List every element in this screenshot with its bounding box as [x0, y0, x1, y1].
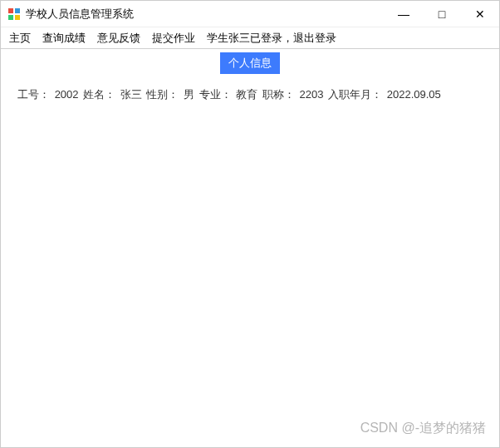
major-label: 专业：	[199, 88, 232, 101]
svg-rect-2	[8, 15, 13, 20]
title-label: 职称：	[262, 88, 295, 101]
gender-value: 男	[184, 88, 194, 101]
personal-info-button[interactable]: 个人信息	[220, 52, 280, 74]
menu-submit-homework[interactable]: 提交作业	[152, 31, 195, 46]
window-title: 学校人员信息管理系统	[26, 7, 134, 22]
app-icon	[7, 7, 21, 21]
menu-feedback[interactable]: 意见反馈	[97, 31, 140, 46]
join-value: 2022.09.05	[387, 88, 441, 101]
login-status-logout[interactable]: 学生张三已登录，退出登录	[207, 31, 336, 46]
svg-rect-1	[15, 8, 20, 13]
menubar: 主页 查询成绩 意见反馈 提交作业 学生张三已登录，退出登录	[1, 27, 499, 49]
svg-rect-0	[8, 8, 13, 13]
info-line: 工号： 2002 姓名： 张三 性别： 男 专业： 教育 职称： 2203 入职…	[17, 87, 483, 102]
svg-rect-3	[15, 15, 20, 20]
close-button[interactable]: ✕	[461, 1, 499, 27]
major-value: 教育	[236, 88, 257, 101]
title-value: 2203	[300, 88, 324, 101]
gender-label: 性别：	[146, 88, 179, 101]
join-label: 入职年月：	[328, 88, 382, 101]
minimize-button[interactable]: —	[385, 1, 423, 27]
id-value: 2002	[55, 88, 79, 101]
menu-home[interactable]: 主页	[9, 31, 31, 46]
maximize-button[interactable]: □	[423, 1, 461, 27]
titlebar: 学校人员信息管理系统 — □ ✕	[1, 1, 499, 27]
window-controls: — □ ✕	[385, 1, 499, 27]
content-area: 个人信息 工号： 2002 姓名： 张三 性别： 男 专业： 教育 职称： 22…	[1, 49, 499, 447]
watermark: CSDN @-追梦的猪猪	[360, 420, 486, 437]
name-label: 姓名：	[83, 88, 115, 101]
menu-query-scores[interactable]: 查询成绩	[42, 31, 86, 46]
name-value: 张三	[120, 88, 142, 101]
app-window: 学校人员信息管理系统 — □ ✕ 主页 查询成绩 意见反馈 提交作业 学生张三已…	[0, 0, 500, 448]
id-label: 工号：	[17, 88, 50, 101]
